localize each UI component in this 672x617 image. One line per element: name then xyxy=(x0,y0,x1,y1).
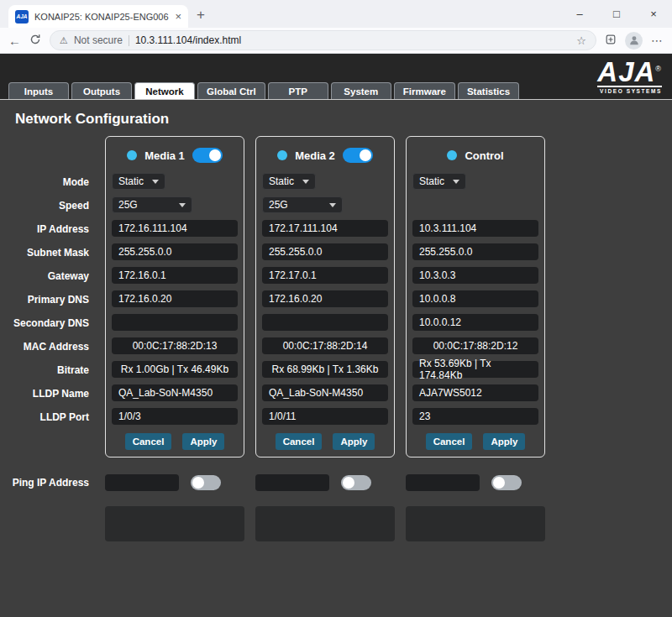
ping-label: Ping IP Address xyxy=(10,473,94,493)
mac-address-field: 00:0C:17:88:2D:12 xyxy=(412,337,538,354)
label-gateway: Gateway xyxy=(10,264,94,288)
window-controls: – □ × xyxy=(561,0,672,28)
toggle-knob xyxy=(192,477,204,489)
toggle-knob xyxy=(493,477,505,489)
ip-address-input[interactable] xyxy=(412,220,538,237)
nav-tabs: Inputs Outputs Network Global Ctrl PTP S… xyxy=(8,82,519,99)
label-speed: Speed xyxy=(10,194,94,217)
ping-result-box xyxy=(406,506,545,541)
registered-mark: ® xyxy=(655,65,662,73)
speed-row-empty xyxy=(412,193,538,217)
panel-media1: Media 1 Static 25G 00:0C:17:88:2D:13 Rx … xyxy=(105,136,244,458)
apply-button[interactable]: Apply xyxy=(333,433,375,450)
subnet-mask-input[interactable] xyxy=(112,243,238,260)
panel-media2: Media 2 Static 25G 00:0C:17:88:2D:14 Rx … xyxy=(255,136,395,458)
back-button[interactable]: ← xyxy=(8,34,21,47)
refresh-button[interactable] xyxy=(29,34,41,47)
bitrate-field: Rx 1.00Gb | Tx 46.49Kb xyxy=(112,361,238,378)
ping-ip-input[interactable] xyxy=(406,474,480,491)
label-mode: Mode xyxy=(10,170,94,194)
tab-global-ctrl[interactable]: Global Ctrl xyxy=(197,82,265,99)
label-primary-dns: Primary DNS xyxy=(10,288,94,311)
label-ip-address: IP Address xyxy=(10,217,94,241)
media2-enable-toggle[interactable] xyxy=(343,148,373,163)
speed-select[interactable]: 25G xyxy=(112,196,192,213)
site-favicon: AJA xyxy=(15,10,29,24)
chevron-down-icon xyxy=(302,180,309,184)
link-status-dot xyxy=(447,150,457,160)
lldp-port-field: 23 xyxy=(412,408,538,425)
label-lldp-name: LLDP Name xyxy=(10,382,94,405)
chevron-down-icon xyxy=(453,180,459,184)
mode-select[interactable]: Static xyxy=(412,173,466,190)
speed-select[interactable]: 25G xyxy=(262,196,343,213)
aja-logo: AJA® VIDEO SYSTEMS xyxy=(597,59,662,94)
ip-address-input[interactable] xyxy=(112,220,238,237)
tab-ptp[interactable]: PTP xyxy=(268,82,328,99)
bookmark-star-icon[interactable]: ☆ xyxy=(576,34,586,47)
ping-toggle[interactable] xyxy=(491,475,522,490)
toggle-knob xyxy=(209,149,221,161)
profile-avatar[interactable] xyxy=(625,32,643,50)
lldp-name-field: QA_Lab-SoN-M4350 xyxy=(262,384,388,401)
tab-statistics[interactable]: Statistics xyxy=(458,82,519,99)
subnet-mask-input[interactable] xyxy=(412,243,538,260)
network-config-grid: Mode Speed IP Address Subnet Mask Gatewa… xyxy=(0,136,672,458)
cancel-button[interactable]: Cancel xyxy=(426,433,473,450)
apply-button[interactable]: Apply xyxy=(483,433,525,450)
mode-select[interactable]: Static xyxy=(262,173,316,190)
gateway-input[interactable] xyxy=(412,267,538,284)
panel-control: Control Static 00:0C:17:88:2D:12 Rx 53.6… xyxy=(406,136,545,458)
primary-dns-input[interactable] xyxy=(262,290,388,307)
chevron-down-icon xyxy=(179,203,186,207)
close-button[interactable]: × xyxy=(635,0,672,28)
toggle-knob xyxy=(343,477,354,489)
maximize-button[interactable]: □ xyxy=(598,0,635,28)
link-status-dot xyxy=(277,150,287,160)
warning-icon: ⚠ xyxy=(60,35,68,46)
tab-inputs[interactable]: Inputs xyxy=(8,82,69,99)
tab-outputs[interactable]: Outputs xyxy=(71,82,132,99)
minimize-button[interactable]: – xyxy=(561,0,598,28)
mac-address-field: 00:0C:17:88:2D:14 xyxy=(262,337,388,354)
app-header: Inputs Outputs Network Global Ctrl PTP S… xyxy=(0,54,672,100)
address-separator xyxy=(129,35,129,46)
ping-results-row xyxy=(0,506,672,541)
collections-icon[interactable] xyxy=(605,34,617,47)
ping-toggle[interactable] xyxy=(191,475,221,490)
not-secure-label[interactable]: Not secure xyxy=(74,34,123,46)
tab-network[interactable]: Network xyxy=(134,82,195,99)
tab-firmware[interactable]: Firmware xyxy=(394,82,455,99)
cancel-button[interactable]: Cancel xyxy=(125,433,172,450)
ip-address-input[interactable] xyxy=(262,220,388,237)
tab-close-icon[interactable]: × xyxy=(175,10,181,23)
primary-dns-input[interactable] xyxy=(112,290,238,307)
browser-titlebar: AJA KONAIP25: KONAIP25-ENG006 × + – □ × xyxy=(0,0,672,28)
cancel-button[interactable]: Cancel xyxy=(276,433,323,450)
new-tab-button[interactable]: + xyxy=(197,7,205,24)
ping-ip-input[interactable] xyxy=(255,474,329,491)
browser-tab[interactable]: AJA KONAIP25: KONAIP25-ENG006 × xyxy=(8,5,188,28)
ping-ip-input[interactable] xyxy=(105,474,179,491)
panel-title: Control xyxy=(465,149,503,162)
gateway-input[interactable] xyxy=(262,267,388,284)
lldp-name-field: QA_Lab-SoN-M4350 xyxy=(112,384,238,401)
secondary-dns-input[interactable] xyxy=(262,314,388,331)
secondary-dns-input[interactable] xyxy=(412,314,538,331)
tab-system[interactable]: System xyxy=(331,82,391,99)
address-bar[interactable]: ⚠ Not secure 10.3.111.104/index.html ☆ xyxy=(50,30,596,50)
mode-select[interactable]: Static xyxy=(112,173,165,190)
ping-toggle[interactable] xyxy=(341,475,371,490)
chevron-down-icon xyxy=(152,180,159,184)
subnet-mask-input[interactable] xyxy=(262,243,388,260)
primary-dns-input[interactable] xyxy=(412,290,538,307)
toggle-knob xyxy=(360,149,371,161)
lldp-port-field: 1/0/3 xyxy=(112,408,238,425)
browser-menu-button[interactable]: ⋯ xyxy=(651,34,664,47)
tab-title: KONAIP25: KONAIP25-ENG006 xyxy=(34,12,169,22)
url-text[interactable]: 10.3.111.104/index.html xyxy=(135,34,241,46)
apply-button[interactable]: Apply xyxy=(182,433,224,450)
secondary-dns-input[interactable] xyxy=(112,314,238,331)
media1-enable-toggle[interactable] xyxy=(192,148,223,163)
gateway-input[interactable] xyxy=(112,267,238,284)
